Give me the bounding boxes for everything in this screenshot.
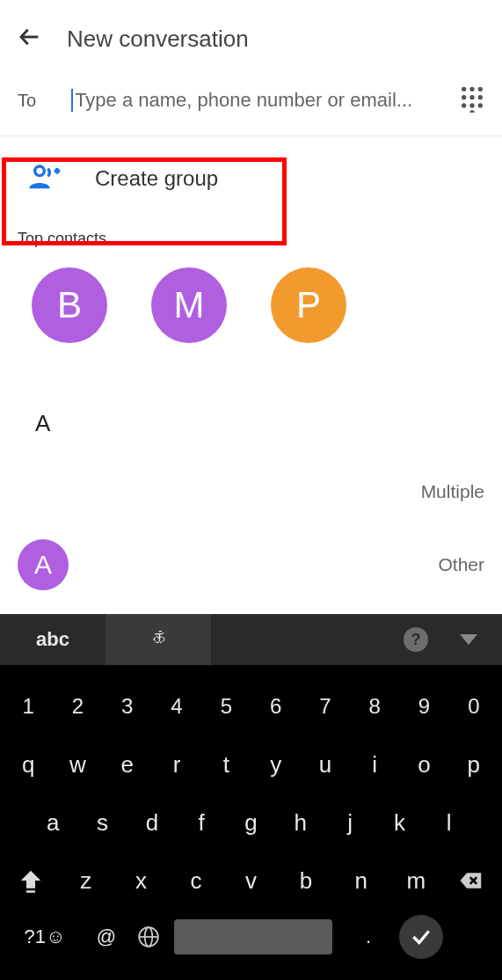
contact-list: Multiple A Other [0, 446, 502, 603]
svg-point-1 [462, 87, 466, 91]
key[interactable]: r [152, 751, 201, 779]
svg-point-2 [469, 87, 474, 91]
svg-point-4 [462, 95, 466, 99]
group-add-icon [26, 159, 62, 198]
to-label: To [18, 91, 36, 111]
key[interactable]: o [399, 751, 448, 779]
keyboard-row-1: q w e r t y u i o p [4, 735, 498, 794]
key[interactable]: b [279, 867, 334, 895]
dialpad-icon[interactable] [458, 84, 486, 116]
key[interactable]: z [59, 867, 114, 895]
keyboard-bottom-row: ?1☺ @ . [4, 910, 498, 971]
spacebar[interactable] [174, 919, 332, 954]
backspace-key[interactable] [444, 867, 499, 894]
key[interactable]: 9 [399, 694, 448, 719]
collapse-keyboard-icon[interactable] [460, 634, 477, 645]
keyboard-row-3: z x c v b n m [4, 852, 498, 910]
key[interactable]: 5 [201, 694, 251, 719]
key[interactable]: 3 [103, 694, 152, 719]
help-icon[interactable]: ? [404, 627, 428, 652]
svg-point-8 [469, 103, 474, 107]
period-key[interactable]: . [346, 925, 390, 948]
key[interactable]: f [177, 809, 226, 837]
key[interactable]: 8 [350, 694, 399, 719]
key[interactable]: x [113, 867, 169, 895]
list-item[interactable]: A Other [0, 527, 502, 603]
top-contacts: B M P [0, 248, 502, 361]
svg-point-5 [469, 95, 474, 99]
key[interactable]: n [333, 867, 389, 895]
key[interactable]: t [201, 751, 251, 779]
avatar[interactable]: M [151, 267, 227, 343]
back-icon[interactable] [18, 25, 42, 53]
avatar[interactable]: B [32, 267, 107, 343]
create-group-label: Create group [95, 166, 218, 191]
svg-point-3 [478, 87, 483, 91]
create-group-button[interactable]: Create group [0, 136, 502, 226]
key[interactable]: 4 [152, 694, 201, 719]
key[interactable]: 1 [4, 694, 53, 719]
svg-point-6 [478, 95, 483, 99]
list-item[interactable]: Multiple [0, 446, 502, 527]
keyboard: abc ಹ ? 1 2 3 4 5 6 7 8 9 0 q w e r t y … [0, 614, 502, 980]
key[interactable]: e [103, 751, 152, 779]
key[interactable]: k [375, 809, 424, 837]
enter-key[interactable] [399, 915, 443, 959]
keyboard-row-2: a s d f g h j k l [4, 794, 498, 852]
contact-meta: Multiple [421, 481, 484, 502]
at-key[interactable]: @ [84, 925, 128, 948]
keyboard-tab-abc[interactable]: abc [0, 614, 105, 665]
keyboard-tab-script[interactable]: ಹ [105, 614, 211, 665]
key[interactable]: g [226, 809, 275, 837]
keyboard-top-bar: abc ಹ ? [0, 614, 502, 665]
key[interactable]: y [251, 751, 300, 779]
key[interactable]: 0 [449, 694, 498, 719]
avatar: A [18, 539, 69, 590]
to-row: To [0, 69, 502, 136]
svg-point-11 [35, 166, 45, 176]
key[interactable]: u [301, 751, 350, 779]
recipient-input[interactable] [71, 89, 423, 112]
shift-key[interactable] [4, 867, 59, 894]
key[interactable]: v [223, 867, 279, 895]
key[interactable]: a [28, 809, 77, 837]
key[interactable]: i [350, 751, 399, 779]
key[interactable]: w [53, 751, 102, 779]
svg-point-7 [462, 103, 466, 107]
key[interactable]: c [169, 867, 224, 895]
avatar[interactable]: P [271, 267, 346, 343]
key[interactable]: q [4, 751, 53, 779]
key[interactable]: p [449, 751, 498, 779]
language-key[interactable] [137, 925, 160, 948]
svg-point-10 [469, 110, 474, 113]
key[interactable]: j [325, 809, 375, 837]
key[interactable]: d [127, 809, 177, 837]
key[interactable]: s [77, 809, 127, 837]
svg-point-9 [478, 103, 483, 107]
contact-meta: Other [438, 554, 484, 575]
key[interactable]: m [389, 867, 444, 895]
key[interactable]: h [276, 809, 325, 837]
svg-rect-14 [26, 890, 35, 893]
header: New conversation [0, 0, 502, 69]
key[interactable]: 6 [251, 694, 300, 719]
key[interactable]: 2 [53, 694, 102, 719]
keyboard-num-row: 1 2 3 4 5 6 7 8 9 0 [4, 677, 498, 735]
key[interactable]: l [425, 809, 474, 837]
page-title: New conversation [67, 26, 249, 53]
section-header: A [0, 361, 502, 446]
key[interactable]: 7 [301, 694, 350, 719]
top-contacts-heading: Top contacts [0, 226, 502, 248]
symbols-key[interactable]: ?1☺ [14, 925, 76, 948]
